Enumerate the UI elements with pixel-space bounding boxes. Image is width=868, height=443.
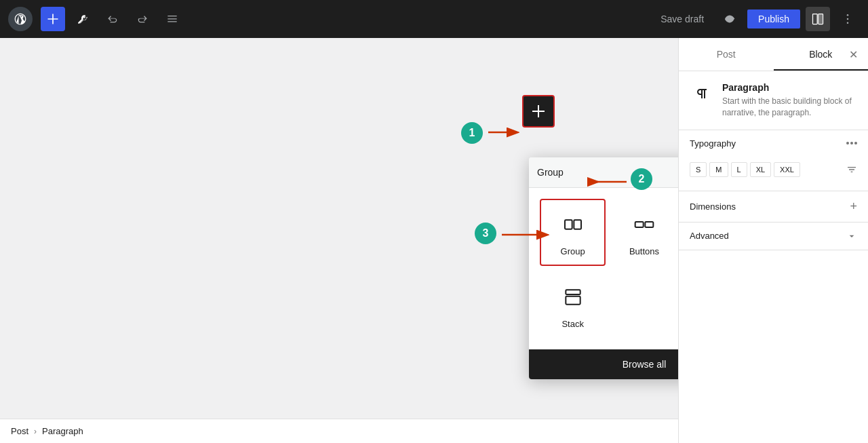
block-item-group-label: Group [561,246,585,256]
advanced-section: Advanced [679,223,868,250]
svg-rect-2 [819,14,823,23]
wp-logo [8,7,33,31]
breadcrumb-post[interactable]: Post [11,426,28,436]
arrow-2-icon [587,174,628,190]
svg-rect-17 [566,296,580,305]
svg-point-5 [847,22,849,24]
main-layout: 1 2 3 [0,38,868,443]
svg-point-4 [847,18,849,20]
annotation-1: 1 [461,122,483,144]
advanced-title: Advanced [690,231,729,241]
advanced-toggle-button[interactable] [846,231,857,242]
breadcrumb-paragraph: Paragraph [42,426,83,436]
sidebar-content: Paragraph Start with the basic building … [679,71,868,443]
dimensions-title: Dimensions [690,201,736,212]
advanced-header[interactable]: Advanced [679,223,868,250]
buttons-icon [628,208,660,241]
size-s-button[interactable]: S [690,162,707,177]
tools-button[interactable] [71,7,95,31]
more-options-button[interactable] [835,7,860,31]
breadcrumb-separator: › [34,427,37,436]
size-xxl-button[interactable]: XXL [774,162,800,177]
document-overview-button[interactable] [160,7,184,31]
typography-section: Typography S M L XL XXL [679,130,868,191]
paragraph-icon [690,82,714,107]
svg-point-3 [847,14,849,16]
toolbar: Save draft Publish [0,0,868,38]
save-draft-button[interactable]: Save draft [652,9,712,28]
svg-rect-10 [574,220,581,229]
undo-button[interactable] [100,7,125,31]
block-item-buttons-label: Buttons [629,246,659,256]
block-info: Paragraph Start with the basic building … [679,71,868,130]
block-item-buttons[interactable]: Buttons [611,199,677,266]
editor-area: 1 2 3 [0,38,678,443]
publish-button[interactable]: Publish [747,9,800,28]
svg-rect-16 [566,290,580,294]
browse-all-button[interactable]: Browse all [529,349,678,379]
sidebar-close-button[interactable]: ✕ [844,45,863,64]
typography-title: Typography [690,138,736,149]
block-name: Paragraph [722,82,857,93]
stack-icon [557,281,589,313]
filter-icon [846,164,857,175]
block-item-stack[interactable]: Stack [540,271,606,339]
sidebar-tabs: Post Block ✕ [679,38,868,71]
preview-button[interactable] [717,7,742,31]
svg-rect-0 [813,14,818,24]
block-inserter-button[interactable] [522,95,555,128]
svg-rect-11 [635,222,644,227]
block-item-stack-label: Stack [561,319,584,329]
block-grid: Group Buttons [529,188,678,349]
tab-post[interactable]: Post [679,38,774,71]
typography-header[interactable]: Typography [679,130,868,157]
group-icon [557,208,589,241]
arrow-1-icon [487,124,519,140]
block-info-text: Paragraph Start with the basic building … [722,82,857,119]
dimensions-section: Dimensions + [679,191,868,223]
redo-button[interactable] [130,7,155,31]
arrow-3-icon [500,227,549,243]
typography-controls: S M L XL XXL [679,157,868,191]
annotation-2: 2 [631,168,652,190]
font-size-row: S M L XL XXL [690,162,857,177]
sidebar: Post Block ✕ Paragraph Start with the ba… [678,38,868,443]
size-l-button[interactable]: L [731,162,747,177]
size-m-button[interactable]: M [709,162,728,177]
dimensions-header[interactable]: Dimensions + [679,191,868,222]
block-item-group[interactable]: Group [540,199,606,266]
breadcrumb: Post › Paragraph [0,419,678,443]
block-inserter-dropdown: Group × Group [529,157,678,379]
svg-rect-9 [565,220,572,229]
sidebar-toggle-button[interactable] [806,7,830,31]
typography-more-icon [846,142,857,145]
dimensions-add-button[interactable]: + [850,199,857,214]
size-xl-button[interactable]: XL [750,162,771,177]
annotation-3: 3 [475,223,496,244]
add-block-button[interactable] [41,7,65,31]
tab-underline [774,69,869,71]
block-desc: Start with the basic building block of n… [722,96,857,119]
svg-rect-12 [645,222,653,227]
